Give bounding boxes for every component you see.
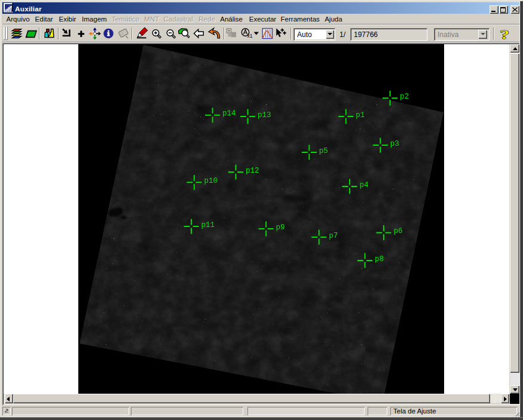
svg-text:p14: p14 bbox=[222, 109, 236, 118]
svg-text:x1: x1 bbox=[247, 33, 253, 39]
svg-text:p13: p13 bbox=[258, 111, 271, 119]
svg-text:p5: p5 bbox=[319, 147, 328, 155]
svg-text:p7: p7 bbox=[329, 232, 338, 240]
svg-text:p4: p4 bbox=[360, 181, 369, 189]
svg-text:p1: p1 bbox=[356, 111, 365, 119]
svg-text:p9: p9 bbox=[276, 223, 285, 232]
svg-text:p12: p12 bbox=[246, 167, 259, 175]
svg-text:p11: p11 bbox=[201, 221, 215, 229]
svg-text:p6: p6 bbox=[393, 227, 402, 235]
svg-text:p8: p8 bbox=[375, 255, 384, 263]
svg-text:p10: p10 bbox=[204, 177, 218, 185]
svg-text:p3: p3 bbox=[390, 140, 399, 148]
svg-text:?: ? bbox=[500, 27, 510, 42]
svg-text:p2: p2 bbox=[400, 93, 409, 101]
